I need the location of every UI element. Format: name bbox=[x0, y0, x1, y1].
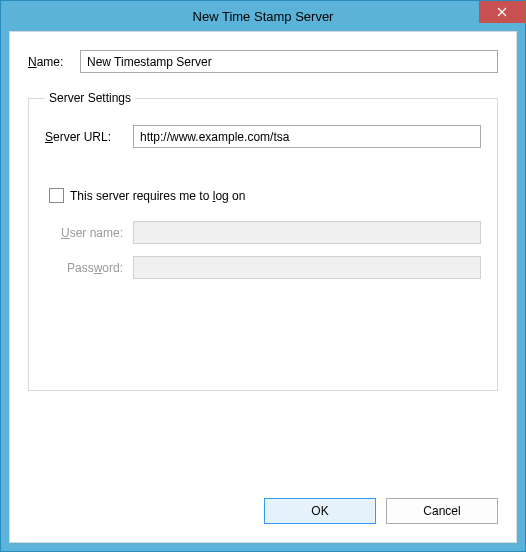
password-label: Password: bbox=[51, 261, 133, 275]
cancel-button-label: Cancel bbox=[423, 504, 460, 518]
password-input bbox=[133, 256, 481, 279]
button-row: OK Cancel bbox=[264, 498, 498, 524]
server-url-row: Server URL: bbox=[45, 125, 481, 148]
name-row: Name: bbox=[28, 50, 498, 73]
password-row: Password: bbox=[51, 256, 481, 279]
logon-checkbox-label: This server requires me to log on bbox=[70, 189, 245, 203]
username-row: User name: bbox=[51, 221, 481, 244]
name-label: Name: bbox=[28, 55, 80, 69]
ok-button[interactable]: OK bbox=[264, 498, 376, 524]
close-icon bbox=[497, 7, 507, 17]
name-input[interactable] bbox=[80, 50, 498, 73]
titlebar: New Time Stamp Server bbox=[1, 1, 525, 31]
close-button[interactable] bbox=[479, 1, 525, 23]
logon-checkbox[interactable] bbox=[49, 188, 64, 203]
server-url-input[interactable] bbox=[133, 125, 481, 148]
cancel-button[interactable]: Cancel bbox=[386, 498, 498, 524]
server-url-label: Server URL: bbox=[45, 130, 133, 144]
username-label: User name: bbox=[51, 226, 133, 240]
window-title: New Time Stamp Server bbox=[1, 9, 525, 24]
logon-checkbox-row: This server requires me to log on bbox=[49, 188, 481, 203]
client-area: Name: Server Settings Server URL: This s… bbox=[9, 31, 517, 543]
ok-button-label: OK bbox=[311, 504, 328, 518]
server-settings-group: Server Settings Server URL: This server … bbox=[28, 91, 498, 391]
username-input bbox=[133, 221, 481, 244]
server-settings-legend: Server Settings bbox=[45, 91, 135, 105]
window: New Time Stamp Server Name: Server Setti… bbox=[0, 0, 526, 552]
